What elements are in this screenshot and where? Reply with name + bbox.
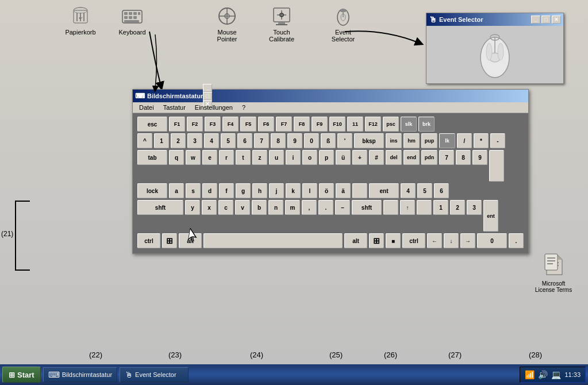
key-y[interactable]: y [185, 200, 200, 215]
key-j[interactable]: j [269, 183, 284, 198]
key-f3[interactable]: F3 [205, 117, 221, 132]
key-hm[interactable]: hm [403, 133, 420, 148]
key-ae[interactable]: ä [336, 183, 351, 198]
key-o[interactable]: o [302, 150, 317, 165]
key-m[interactable]: m [285, 200, 300, 215]
key-h[interactable]: h [252, 183, 267, 198]
key-v[interactable]: v [235, 200, 250, 215]
key-3[interactable]: 3 [187, 133, 202, 148]
key-ctrl-right[interactable]: ctrl [402, 233, 425, 248]
key-8[interactable]: 8 [456, 150, 471, 165]
key-f6[interactable]: F6 [258, 117, 274, 132]
key-psc[interactable]: psc [383, 117, 399, 132]
key-esc[interactable]: esc [137, 117, 167, 132]
bsk-maximize[interactable]: □ [203, 92, 212, 100]
key-9[interactable]: 9 [287, 133, 302, 148]
key-q[interactable]: q [169, 150, 184, 165]
key-end[interactable]: end [403, 150, 420, 165]
key-hash[interactable]: # [369, 150, 384, 165]
key-7[interactable]: 7 [254, 133, 269, 148]
key-num-plus[interactable] [489, 150, 504, 182]
key-sz[interactable]: ß [321, 133, 336, 148]
key-asterisk[interactable]: * [474, 133, 489, 148]
event-selector-maximize[interactable]: □ [541, 16, 551, 24]
key-slk[interactable]: slk [401, 117, 417, 132]
menu-datei[interactable]: Datei [137, 103, 156, 111]
key-alt-right[interactable]: alt [344, 233, 367, 248]
key-oe[interactable]: ö [319, 183, 334, 198]
key-3[interactable]: 3 [467, 200, 482, 215]
key-k[interactable]: k [286, 183, 301, 198]
key-ins[interactable]: ins [386, 133, 402, 148]
key-lk[interactable]: lk [439, 133, 455, 148]
key-b[interactable]: b [252, 200, 267, 215]
taskbar-item-bildschirmtastatur[interactable]: ⌨ Bildschirmtastatur [43, 367, 117, 382]
bsk-minimize[interactable]: _ [203, 84, 212, 92]
key-8[interactable]: 8 [271, 133, 286, 148]
key-win-left[interactable]: ⊞ [162, 233, 177, 248]
key-space[interactable] [203, 233, 343, 248]
key-u[interactable]: u [269, 150, 284, 165]
key-d[interactable]: d [202, 183, 217, 198]
key-minus[interactable]: - [490, 133, 505, 148]
key-w[interactable]: w [186, 150, 201, 165]
key-pdn[interactable]: pdn [421, 150, 437, 165]
desktop-icon-keyboard[interactable]: Keyboard [112, 5, 152, 36]
key-t[interactable]: t [236, 150, 251, 165]
key-0[interactable]: 0 [304, 133, 319, 148]
key-period[interactable]: . [318, 200, 333, 215]
key-c[interactable]: c [218, 200, 233, 215]
key-left[interactable]: ← [427, 233, 442, 248]
key-f10[interactable]: F10 [329, 117, 345, 132]
key-plus[interactable]: + [352, 150, 367, 165]
key-p[interactable]: p [319, 150, 334, 165]
key-del[interactable]: del [386, 150, 402, 165]
key-ue[interactable]: ü [336, 150, 351, 165]
key-apostrophe[interactable]: ' [337, 133, 352, 148]
key-up[interactable]: ↑ [400, 200, 415, 215]
menu-einstellungen[interactable]: Einstellungen [193, 103, 235, 111]
key-1[interactable]: 1 [154, 133, 169, 148]
key-f7[interactable]: F7 [276, 117, 292, 132]
key-7[interactable]: 7 [439, 150, 454, 165]
key-f2[interactable]: F2 [187, 117, 203, 132]
key-tab[interactable]: tab [137, 150, 167, 165]
desktop-icon-touch-calibrate[interactable]: Touch Calibrate [262, 5, 302, 43]
key-z[interactable]: z [252, 150, 267, 165]
key-pup[interactable]: pup [421, 133, 437, 148]
key-e[interactable]: e [202, 150, 217, 165]
key-5[interactable]: 5 [417, 183, 432, 198]
key-ent[interactable]: ent [369, 183, 399, 198]
key-f5[interactable]: F5 [240, 117, 256, 132]
key-1[interactable]: 1 [433, 200, 448, 215]
key-slash[interactable]: / [457, 133, 472, 148]
key-i[interactable]: i [286, 150, 301, 165]
microsoft-license-terms[interactable]: MicrosoftLicense Terms [531, 253, 577, 293]
key-6[interactable]: 6 [237, 133, 252, 148]
key-6[interactable]: 6 [434, 183, 449, 198]
key-f4[interactable]: F4 [222, 117, 239, 132]
key-lock[interactable]: lock [137, 183, 167, 198]
key-f[interactable]: f [219, 183, 234, 198]
start-button[interactable]: ⊞ Start [2, 367, 41, 383]
key-num-ent[interactable]: ent [483, 200, 498, 232]
key-right[interactable]: → [460, 233, 475, 248]
key-down[interactable]: ↓ [444, 233, 459, 248]
key-f9[interactable]: F9 [312, 117, 328, 132]
key-a[interactable]: a [169, 183, 184, 198]
event-selector-minimize[interactable]: _ [531, 16, 540, 24]
key-n[interactable]: n [268, 200, 283, 215]
desktop-icon-event-selector[interactable]: Event Selector [323, 5, 363, 43]
key-caret[interactable]: ^ [137, 133, 152, 148]
key-f12[interactable]: F12 [365, 117, 381, 132]
key-4[interactable]: 4 [401, 183, 416, 198]
key-menu[interactable]: ■ [386, 233, 401, 248]
key-11[interactable]: 11 [347, 117, 363, 132]
key-0[interactable]: 0 [477, 233, 507, 248]
key-5[interactable]: 5 [221, 133, 236, 148]
key-l[interactable]: l [302, 183, 317, 198]
key-s[interactable]: s [186, 183, 201, 198]
menu-help[interactable]: ? [240, 103, 247, 111]
key-2[interactable]: 2 [171, 133, 186, 148]
key-comma[interactable]: , [302, 200, 317, 215]
